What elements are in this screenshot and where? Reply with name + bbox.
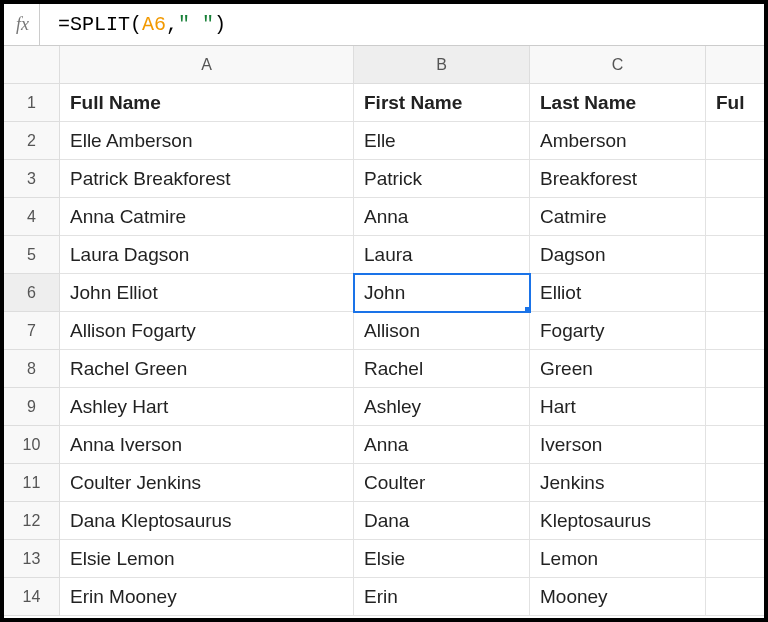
cell-A11[interactable]: Coulter Jenkins — [60, 464, 354, 502]
formula-ref: A6 — [142, 13, 166, 36]
cell-A8[interactable]: Rachel Green — [60, 350, 354, 388]
cell-A14[interactable]: Erin Mooney — [60, 578, 354, 616]
row-header-5[interactable]: 5 — [4, 236, 60, 274]
cell-A10[interactable]: Anna Iverson — [60, 426, 354, 464]
cell-D1[interactable]: Ful — [706, 84, 768, 122]
cell-B9[interactable]: Ashley — [354, 388, 530, 426]
cell-B12[interactable]: Dana — [354, 502, 530, 540]
row-header-8[interactable]: 8 — [4, 350, 60, 388]
cell-B13[interactable]: Elsie — [354, 540, 530, 578]
cell-B4[interactable]: Anna — [354, 198, 530, 236]
cell-C12[interactable]: Kleptosaurus — [530, 502, 706, 540]
col-header-A[interactable]: A — [60, 46, 354, 84]
cell-D13[interactable] — [706, 540, 768, 578]
cell-C7[interactable]: Fogarty — [530, 312, 706, 350]
cell-A13[interactable]: Elsie Lemon — [60, 540, 354, 578]
formula-bar[interactable]: fx =SPLIT(A6," ") — [4, 4, 764, 46]
formula-rparen: ) — [214, 13, 226, 36]
cell-A9[interactable]: Ashley Hart — [60, 388, 354, 426]
cell-D11[interactable] — [706, 464, 768, 502]
cell-D14[interactable] — [706, 578, 768, 616]
fx-icon[interactable]: fx — [12, 4, 40, 45]
col-header-C[interactable]: C — [530, 46, 706, 84]
row-header-13[interactable]: 13 — [4, 540, 60, 578]
cell-B2[interactable]: Elle — [354, 122, 530, 160]
cell-B3[interactable]: Patrick — [354, 160, 530, 198]
cell-B11[interactable]: Coulter — [354, 464, 530, 502]
cell-A5[interactable]: Laura Dagson — [60, 236, 354, 274]
cell-C14[interactable]: Mooney — [530, 578, 706, 616]
cell-D3[interactable] — [706, 160, 768, 198]
cell-D12[interactable] — [706, 502, 768, 540]
cell-C6[interactable]: Elliot — [530, 274, 706, 312]
cell-B7[interactable]: Allison — [354, 312, 530, 350]
cell-B6[interactable]: John — [354, 274, 530, 312]
cell-C9[interactable]: Hart — [530, 388, 706, 426]
cell-C10[interactable]: Iverson — [530, 426, 706, 464]
cell-A4[interactable]: Anna Catmire — [60, 198, 354, 236]
cell-A2[interactable]: Elle Amberson — [60, 122, 354, 160]
spreadsheet-grid[interactable]: A B C 1 Full Name First Name Last Name F… — [4, 46, 764, 616]
row-header-4[interactable]: 4 — [4, 198, 60, 236]
cell-B1[interactable]: First Name — [354, 84, 530, 122]
cell-D5[interactable] — [706, 236, 768, 274]
cell-D7[interactable] — [706, 312, 768, 350]
row-header-1[interactable]: 1 — [4, 84, 60, 122]
formula-eq: = — [58, 13, 70, 36]
cell-C5[interactable]: Dagson — [530, 236, 706, 274]
row-header-12[interactable]: 12 — [4, 502, 60, 540]
cell-B10[interactable]: Anna — [354, 426, 530, 464]
row-header-9[interactable]: 9 — [4, 388, 60, 426]
cell-A12[interactable]: Dana Kleptosaurus — [60, 502, 354, 540]
row-header-6[interactable]: 6 — [4, 274, 60, 312]
cell-D9[interactable] — [706, 388, 768, 426]
select-all-corner[interactable] — [4, 46, 60, 84]
row-header-2[interactable]: 2 — [4, 122, 60, 160]
formula-comma: , — [166, 13, 178, 36]
cell-A6[interactable]: John Elliot — [60, 274, 354, 312]
col-header-B[interactable]: B — [354, 46, 530, 84]
cell-C3[interactable]: Breakforest — [530, 160, 706, 198]
cell-B14[interactable]: Erin — [354, 578, 530, 616]
cell-C8[interactable]: Green — [530, 350, 706, 388]
formula-fn: SPLIT — [70, 13, 130, 36]
cell-C1[interactable]: Last Name — [530, 84, 706, 122]
cell-D10[interactable] — [706, 426, 768, 464]
cell-C2[interactable]: Amberson — [530, 122, 706, 160]
col-header-D[interactable] — [706, 46, 768, 84]
cell-C11[interactable]: Jenkins — [530, 464, 706, 502]
cell-D2[interactable] — [706, 122, 768, 160]
row-header-14[interactable]: 14 — [4, 578, 60, 616]
cell-C13[interactable]: Lemon — [530, 540, 706, 578]
cell-A7[interactable]: Allison Fogarty — [60, 312, 354, 350]
row-header-11[interactable]: 11 — [4, 464, 60, 502]
cell-D6[interactable] — [706, 274, 768, 312]
cell-A3[interactable]: Patrick Breakforest — [60, 160, 354, 198]
row-header-10[interactable]: 10 — [4, 426, 60, 464]
cell-B8[interactable]: Rachel — [354, 350, 530, 388]
cell-C4[interactable]: Catmire — [530, 198, 706, 236]
cell-A1[interactable]: Full Name — [60, 84, 354, 122]
row-header-7[interactable]: 7 — [4, 312, 60, 350]
formula-str: " " — [178, 13, 214, 36]
cell-D4[interactable] — [706, 198, 768, 236]
cell-B5[interactable]: Laura — [354, 236, 530, 274]
row-header-3[interactable]: 3 — [4, 160, 60, 198]
formula-lparen: ( — [130, 13, 142, 36]
formula-input[interactable]: =SPLIT(A6," ") — [40, 4, 756, 45]
cell-D8[interactable] — [706, 350, 768, 388]
